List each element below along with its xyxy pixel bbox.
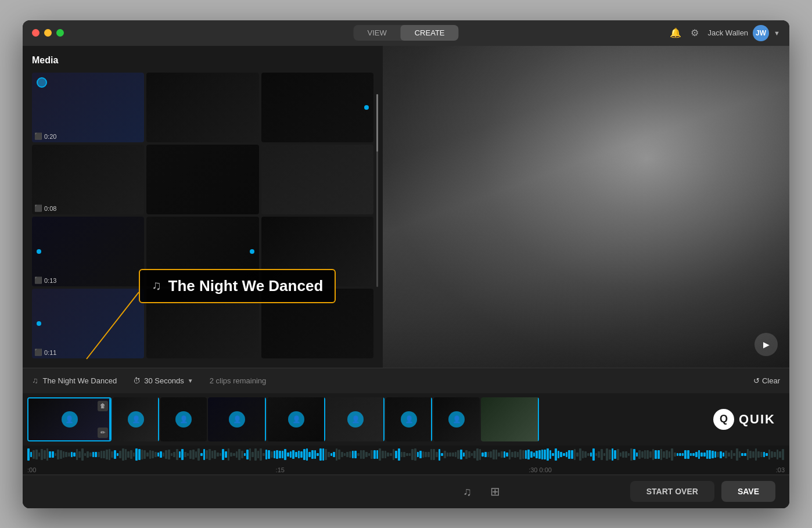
media-thumb-7[interactable]: ⬛0:13: [32, 217, 144, 287]
waveform-bar: [27, 448, 30, 461]
waveform-bar: [214, 450, 216, 459]
waveform-bar: [506, 452, 508, 457]
play-button[interactable]: ▶: [754, 333, 778, 356]
waveform-bar: [498, 452, 500, 457]
clip-3[interactable]: 👤: [160, 397, 207, 441]
waveform-bar: [460, 450, 462, 459]
waveform-bar: [558, 451, 560, 458]
timeline-timestamps: :00 :15 :30 0:00 :03: [23, 464, 789, 475]
waveform-bar: [731, 450, 733, 458]
clip-4[interactable]: 👤: [208, 397, 266, 441]
waveform-bar: [760, 452, 763, 458]
clip-vline-right-6: [383, 397, 385, 441]
media-thumb-9[interactable]: [261, 217, 373, 287]
music-note-icon: ♫: [32, 376, 38, 385]
waveform-bar: [133, 452, 135, 457]
maximize-button[interactable]: [56, 29, 64, 37]
waveform-bar: [674, 452, 676, 457]
clip-icon-4: 👤: [229, 411, 245, 428]
waveform-bar: [228, 448, 230, 460]
waveform-bar: [349, 451, 351, 458]
waveform-bar: [495, 450, 498, 459]
media-thumb-2[interactable]: [146, 73, 258, 143]
media-thumb-1[interactable]: ⬛0:20: [32, 73, 144, 143]
waveform-bar: [517, 452, 519, 458]
waveform-bar: [179, 451, 181, 458]
clip-1[interactable]: 👤 🗑 ✏: [27, 397, 112, 441]
clear-label: Clear: [762, 376, 780, 385]
waveform-bar: [560, 452, 562, 457]
start-over-button[interactable]: START OVER: [630, 481, 714, 502]
save-button[interactable]: SAVE: [721, 481, 775, 502]
waveform: [23, 446, 789, 464]
waveform-bar: [657, 450, 660, 459]
waveform-bar: [209, 449, 211, 460]
user-menu[interactable]: Jack Wallen JW ▼: [708, 25, 781, 41]
minimize-button[interactable]: [44, 29, 52, 37]
waveform-bar: [544, 450, 546, 460]
clip-vline-right-7: [431, 397, 432, 441]
waveform-bar: [95, 452, 97, 457]
clip-delete-1[interactable]: 🗑: [98, 401, 108, 411]
waveform-bar: [382, 451, 384, 458]
chevron-down-icon-duration[interactable]: ▼: [188, 378, 193, 384]
waveform-bar: [92, 452, 95, 457]
waveform-bar: [403, 452, 405, 458]
clip-edit-1[interactable]: ✏: [98, 428, 108, 438]
notification-icon[interactable]: 🔔: [670, 27, 681, 38]
waveform-bar: [222, 449, 224, 460]
clip-7[interactable]: 👤: [386, 397, 432, 441]
waveform-bar: [677, 453, 679, 457]
media-scrollbar[interactable]: [376, 94, 378, 287]
traffic-lights: [32, 29, 64, 37]
waveform-bar: [733, 453, 735, 456]
media-thumb-11[interactable]: [146, 289, 258, 358]
media-thumb-8[interactable]: [146, 217, 258, 287]
waveform-bar: [35, 450, 38, 460]
waveform-bar: [300, 451, 303, 457]
waveform-bar: [30, 452, 33, 457]
waveform-bar: [52, 451, 54, 457]
media-thumb-12[interactable]: [261, 289, 373, 358]
waveform-bar: [46, 448, 49, 460]
waveform-bar: [203, 449, 206, 460]
clip-9[interactable]: [481, 397, 539, 441]
media-thumb-10[interactable]: ⬛0:11: [32, 289, 144, 358]
settings-icon[interactable]: ⚙: [691, 27, 699, 38]
media-thumb-5[interactable]: [146, 145, 258, 215]
create-tab[interactable]: CREATE: [401, 25, 459, 41]
waveform-bar: [414, 448, 416, 461]
waveform-bar: [779, 451, 781, 458]
waveform-bar: [706, 450, 709, 458]
waveform-bar: [530, 451, 533, 458]
clear-button[interactable]: ↺ Clear: [753, 376, 780, 385]
waveform-bar: [41, 449, 43, 460]
waveform-bar: [468, 451, 470, 457]
close-button[interactable]: [32, 29, 39, 37]
waveform-bar: [455, 452, 457, 457]
clip-2[interactable]: 👤: [113, 397, 159, 441]
view-tab[interactable]: VIEW: [354, 25, 401, 41]
waveform-bar: [141, 450, 143, 459]
waveform-bar: [574, 449, 576, 461]
media-thumb-6[interactable]: [261, 145, 373, 215]
waveform-bar: [157, 452, 160, 457]
waveform-bar: [55, 453, 57, 456]
titlebar: VIEW CREATE 🔔 ⚙ Jack Wallen JW ▼: [23, 20, 789, 46]
clip-8[interactable]: 👤: [433, 397, 480, 441]
waveform-bar: [290, 451, 292, 458]
media-thumb-4[interactable]: ⬛0:08: [32, 145, 144, 215]
waveform-bar: [360, 450, 362, 458]
waveform-bar: [684, 450, 687, 459]
waveform-bar: [695, 452, 698, 457]
media-thumb-3[interactable]: [261, 73, 373, 143]
clip-5[interactable]: 👤: [267, 397, 325, 441]
clip-6[interactable]: 👤: [326, 397, 385, 441]
music-tool-button[interactable]: ♫: [463, 484, 472, 498]
waveform-bar: [736, 448, 738, 461]
waveform-bar: [181, 449, 184, 459]
timeline-duration[interactable]: ⏱ 30 Seconds ▼: [133, 376, 193, 385]
grid-tool-button[interactable]: ⊞: [490, 484, 500, 498]
refresh-icon: ↺: [753, 376, 760, 385]
music-icon: ♫: [463, 485, 472, 498]
